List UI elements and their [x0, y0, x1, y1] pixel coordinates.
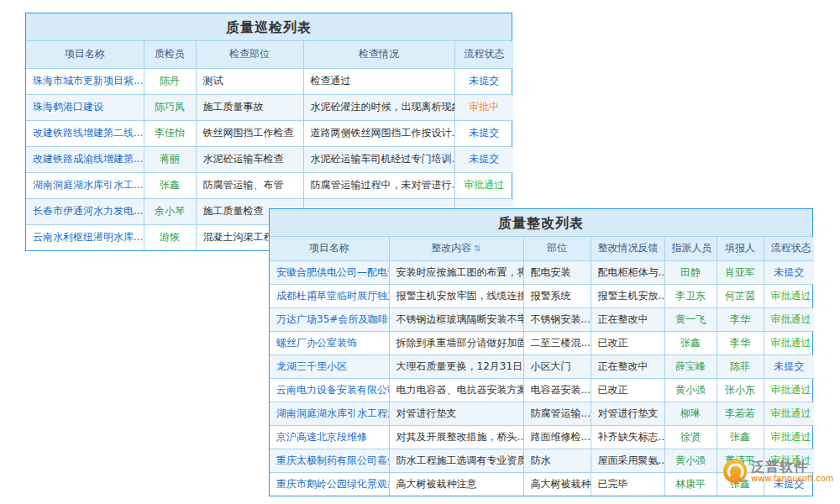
project-name-cell[interactable]: 成都杜甫草堂临时展厅独立展... — [270, 284, 389, 307]
reporter-cell: 何芷茵 — [717, 284, 764, 307]
reporter-cell: 张鑫 — [717, 425, 764, 449]
check-part-cell: 水泥砼运输车检查 — [196, 146, 303, 172]
inspector-cell: 陈巧凤 — [144, 94, 196, 120]
reporter-cell: 李华 — [717, 331, 764, 354]
inspection-row[interactable]: 珠海鹤港口建设 陈巧凤 施工质量事故 水泥砼灌注的时候，出现离析现象 审批中 — [26, 94, 513, 120]
part-cell: 防水 — [523, 449, 591, 472]
project-name-cell[interactable]: 长春市伊通河水力发电... — [26, 198, 144, 224]
inspection-row[interactable]: 湖南洞庭湖水库引水工... 张鑫 防腐管运输、布管 防腐管运输过程中，未对管进行… — [26, 172, 513, 198]
rectification-row[interactable]: 龙湖三千里小区 大理石质量更换，12月31日之... 小区大门 正在整改中 薛宝… — [270, 354, 814, 378]
project-name-cell[interactable]: 珠海鹤港口建设 — [26, 94, 144, 120]
inspection-row[interactable]: 珠海市城市更新项目紫... 陈丹 测试 检查通过 未提交 — [26, 68, 513, 94]
rectification-row[interactable]: 湖南洞庭湖水库引水工程施工... 对管进行垫支 防腐管运输... 对管进行垫支 … — [270, 402, 814, 425]
project-name-cell[interactable]: 改建铁路线增建第二线... — [26, 120, 144, 146]
inspection-list-title: 质量巡检列表 — [26, 13, 512, 41]
project-name-cell[interactable]: 湖南洞庭湖水库引水工程施工... — [270, 402, 389, 425]
project-name-cell[interactable]: 珠海市城市更新项目紫... — [26, 68, 144, 94]
part-cell: 配电安装 — [523, 260, 591, 284]
assignee-cell: 黄一飞 — [664, 307, 717, 331]
status-cell: 审批通过 — [764, 402, 814, 425]
status-cell: 审批中 — [454, 94, 513, 120]
part-cell: 电容器安装... — [523, 378, 591, 402]
col-header-status[interactable]: 流程状态 — [454, 41, 513, 68]
part-cell: 不锈钢安装... — [523, 307, 591, 331]
part-cell: 防腐管运输... — [523, 402, 591, 425]
part-cell: 二至三楼混... — [523, 331, 591, 354]
status-cell: 审批通过 — [764, 425, 814, 449]
col-header-project[interactable]: 项目名称 — [26, 41, 144, 68]
project-name-cell[interactable]: 云南电力设备安装有限公司20... — [270, 378, 389, 402]
status-cell: 审批通过 — [764, 284, 814, 307]
logo-text: 泛普软件 www.fanpusoft.com — [751, 459, 834, 484]
inspection-header-row: 项目名称 质检员 检查部位 检查情况 流程状态 — [26, 41, 513, 68]
check-part-cell: 防腐管运输、布管 — [196, 172, 303, 198]
feedback-cell: 屋面采用聚氨... — [591, 449, 664, 472]
rectification-row[interactable]: 京沪高速北京段维修 对其及开展整改措施，桥头... 路面维修检... 补齐缺失标… — [270, 425, 814, 449]
project-name-cell[interactable]: 云南水利枢纽潜明水库... — [26, 224, 144, 250]
content-cell: 对其及开展整改措施，桥头... — [389, 425, 523, 449]
check-detail-cell: 检查通过 — [303, 68, 454, 94]
project-name-cell[interactable]: 龙湖三千里小区 — [270, 354, 389, 378]
project-name-cell[interactable]: 湖南洞庭湖水库引水工... — [26, 172, 144, 198]
rectification-list-title: 质量整改列表 — [270, 209, 812, 237]
reporter-cell: 张小东 — [717, 378, 764, 402]
col-header-detail[interactable]: 检查情况 — [303, 41, 454, 68]
project-name-cell[interactable]: 重庆太极制药有限公司嘉州中... — [270, 449, 389, 472]
check-detail-cell: 道路两侧铁丝网围挡工作按设计... — [303, 120, 454, 146]
feedback-cell: 已完毕 — [591, 472, 664, 496]
col-header-project[interactable]: 项目名称 — [270, 237, 389, 260]
col-header-reporter[interactable]: 填报人 — [717, 237, 764, 260]
brand-website[interactable]: www.fanpusoft.com — [751, 474, 834, 483]
status-cell: 未提交 — [764, 260, 814, 284]
project-name-cell[interactable]: 安徽合肥供电公司—配电设备安... — [270, 260, 389, 284]
col-header-assignee[interactable]: 指派人员 — [664, 237, 717, 260]
col-header-status[interactable]: 流程状态 — [764, 237, 814, 260]
feedback-cell: 已改正 — [591, 378, 664, 402]
col-header-inspector[interactable]: 质检员 — [144, 41, 196, 68]
assignee-cell: 黄小强 — [664, 449, 717, 472]
inspector-cell: 余小琴 — [144, 198, 196, 224]
status-cell: 审批通过 — [764, 307, 814, 331]
part-cell: 路面维修检... — [523, 425, 591, 449]
feedback-cell: 正在整改中 — [591, 354, 664, 378]
rectification-row[interactable]: 云南电力设备安装有限公司20... 电力电容器、电抗器安装方案... 电容器安装… — [270, 378, 814, 402]
feedback-cell: 补齐缺失标志... — [591, 425, 664, 449]
content-cell: 电力电容器、电抗器安装方案... — [389, 378, 523, 402]
reporter-cell: 李若若 — [717, 402, 764, 425]
sort-icon[interactable]: ⇅ — [474, 244, 480, 253]
content-cell: 拆除到承重墙部分请做好加固... — [389, 331, 523, 354]
fanpu-logo-icon — [722, 459, 748, 484]
rectification-row[interactable]: 安徽合肥供电公司—配电设备安... 安装时应按施工图的布置，将... 配电安装 … — [270, 260, 814, 284]
inspection-row[interactable]: 改建铁路成渝线增建第... 蒋丽 水泥砼运输车检查 水泥砼运输车司机经过专门培训… — [26, 146, 513, 172]
rectification-row[interactable]: 成都杜甫草堂临时展厅独立展... 报警主机安放牢固，线缆连接... 报警系统 报… — [270, 284, 814, 307]
project-name-cell[interactable]: 京沪高速北京段维修 — [270, 425, 389, 449]
col-header-feedback[interactable]: 整改情况反馈 — [591, 237, 664, 260]
feedback-cell: 正在整改中 — [591, 307, 664, 331]
assignee-cell: 李卫东 — [664, 284, 717, 307]
rectification-list-panel: 质量整改列表 项目名称 整改内容⇅ 部位 整改情况反馈 指派人员 填报人 流程状… — [269, 208, 813, 496]
check-detail-cell: 水泥砼灌注的时候，出现离析现象 — [303, 94, 454, 120]
col-header-content[interactable]: 整改内容⇅ — [389, 237, 523, 260]
project-name-cell[interactable]: 万达广场35#会所及咖啡厅空... — [270, 307, 389, 331]
reporter-cell: 肖亚军 — [717, 260, 764, 284]
assignee-cell: 徐贤 — [664, 425, 717, 449]
status-cell: 审批通过 — [764, 378, 814, 402]
inspection-row[interactable]: 改建铁路线增建第二线... 李佳怡 铁丝网围挡工作检查 道路两侧铁丝网围挡工作按… — [26, 120, 513, 146]
col-header-part[interactable]: 检查部位 — [196, 41, 303, 68]
content-cell: 高大树被栽种注意 — [389, 472, 523, 496]
project-name-cell[interactable]: 改建铁路成渝线增建第... — [26, 146, 144, 172]
check-part-cell: 测试 — [196, 68, 303, 94]
brand-name: 泛普软件 — [751, 459, 834, 475]
project-name-cell[interactable]: 螺丝厂办公室装饰 — [270, 331, 389, 354]
content-cell: 大理石质量更换，12月31日之... — [389, 354, 523, 378]
part-cell: 高大树被栽种 — [523, 472, 591, 496]
rectification-row[interactable]: 螺丝厂办公室装饰 拆除到承重墙部分请做好加固... 二至三楼混... 已改正 张… — [270, 331, 814, 354]
rectification-row[interactable]: 万达广场35#会所及咖啡厅空... 不锈钢边框玻璃隔断安装不牢... 不锈钢安装… — [270, 307, 814, 331]
rectification-header-row: 项目名称 整改内容⇅ 部位 整改情况反馈 指派人员 填报人 流程状态 — [270, 237, 814, 260]
fanpu-logo[interactable]: 泛普软件 www.fanpusoft.com — [722, 459, 834, 484]
col-header-part[interactable]: 部位 — [523, 237, 591, 260]
status-cell: 审批通过 — [764, 331, 814, 354]
inspector-cell: 陈丹 — [144, 68, 196, 94]
project-name-cell[interactable]: 重庆市鹅岭公园绿化景观提升... — [270, 472, 389, 496]
assignee-cell: 黄小强 — [664, 378, 717, 402]
